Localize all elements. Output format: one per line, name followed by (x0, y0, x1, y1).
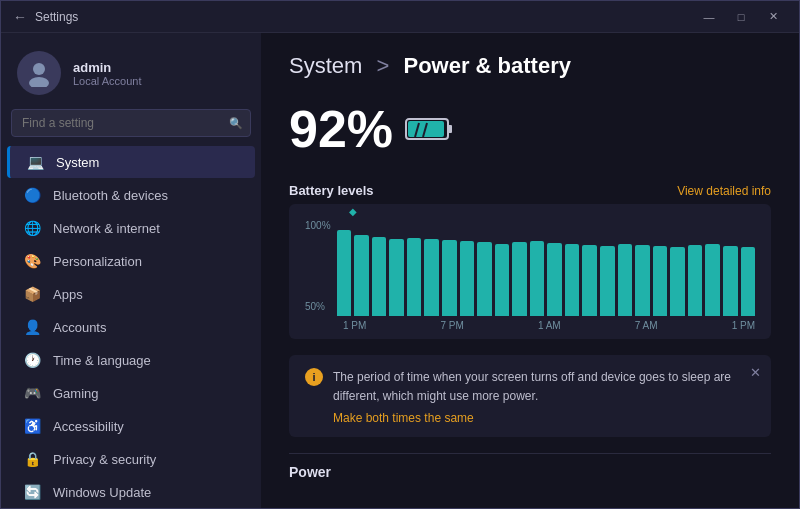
chart-bar-7 (460, 241, 475, 316)
battery-chart-section: Battery levels View detailed info 100% 5… (289, 183, 771, 339)
breadcrumb-current: Power & battery (403, 53, 571, 78)
x-label-7pm: 7 PM (440, 320, 463, 331)
nav-label-gaming: Gaming (53, 386, 99, 401)
chart-bar-14 (582, 245, 597, 316)
nav-label-apps: Apps (53, 287, 83, 302)
user-section: admin Local Account (1, 41, 261, 109)
avatar (17, 51, 61, 95)
minimize-button[interactable]: — (695, 7, 723, 27)
chart-container: 100% 50% ◆ 1 PM 7 PM (289, 204, 771, 339)
chart-bar-9 (495, 244, 510, 316)
chart-bar-4 (407, 238, 422, 316)
search-icon: 🔍 (229, 117, 243, 130)
chart-bar-20 (688, 245, 703, 316)
window-title: Settings (35, 10, 78, 24)
x-label-7am: 7 AM (635, 320, 658, 331)
battery-percent-value: 92% (289, 99, 393, 159)
close-button[interactable]: ✕ (759, 7, 787, 27)
x-label-1am: 1 AM (538, 320, 561, 331)
sidebar-item-privacy[interactable]: 🔒 Privacy & security (7, 443, 255, 475)
warning-close-button[interactable]: ✕ (750, 365, 761, 380)
window-controls: — □ ✕ (695, 7, 787, 27)
warning-link[interactable]: Make both times the same (333, 411, 755, 425)
chart-bar-0 (337, 230, 352, 316)
chart-bar-11 (530, 241, 545, 316)
nav-label-accounts: Accounts (53, 320, 106, 335)
user-info: admin Local Account (73, 60, 142, 87)
nav-icon-accounts: 👤 (23, 319, 41, 335)
user-role: Local Account (73, 75, 142, 87)
svg-point-1 (29, 77, 49, 87)
nav-icon-personalization: 🎨 (23, 253, 41, 269)
sidebar-item-apps[interactable]: 📦 Apps (7, 278, 255, 310)
chart-bar-8 (477, 242, 492, 316)
chart-bar-6 (442, 240, 457, 316)
nav-label-personalization: Personalization (53, 254, 142, 269)
nav-icon-accessibility: ♿ (23, 418, 41, 434)
maximize-button[interactable]: □ (727, 7, 755, 27)
user-name: admin (73, 60, 142, 75)
sidebar-item-update[interactable]: 🔄 Windows Update (7, 476, 255, 508)
sidebar-item-system[interactable]: 💻 System (7, 146, 255, 178)
breadcrumb: System > Power & battery (289, 53, 771, 79)
battery-icon (405, 115, 453, 143)
sidebar: admin Local Account 🔍 💻 System 🔵 Bluetoo… (1, 33, 261, 508)
chart-bar-10 (512, 242, 527, 316)
nav-label-bluetooth: Bluetooth & devices (53, 188, 168, 203)
battery-percentage-display: 92% (289, 99, 771, 159)
chart-header: Battery levels View detailed info (289, 183, 771, 198)
sidebar-item-personalization[interactable]: 🎨 Personalization (7, 245, 255, 277)
y-label-50: 50% (305, 301, 331, 312)
warning-icon: i (305, 368, 323, 386)
nav-icon-apps: 📦 (23, 286, 41, 302)
title-bar: ← Settings — □ ✕ (1, 1, 799, 33)
power-section-title: Power (289, 453, 771, 480)
chart-bar-17 (635, 245, 650, 316)
chart-bar-5 (424, 239, 439, 316)
chart-bar-19 (670, 247, 685, 316)
chart-peak-dot: ◆ (349, 206, 357, 217)
sidebar-item-gaming[interactable]: 🎮 Gaming (7, 377, 255, 409)
nav-icon-gaming: 🎮 (23, 385, 41, 401)
search-input[interactable] (11, 109, 251, 137)
nav-icon-bluetooth: 🔵 (23, 187, 41, 203)
chart-x-labels: 1 PM 7 PM 1 AM 7 AM 1 PM (343, 320, 755, 331)
sidebar-item-time[interactable]: 🕐 Time & language (7, 344, 255, 376)
nav-icon-privacy: 🔒 (23, 451, 41, 467)
back-button[interactable]: ← (13, 9, 27, 25)
warning-content: The period of time when your screen turn… (333, 367, 755, 425)
nav-icon-system: 💻 (26, 154, 44, 170)
nav-label-privacy: Privacy & security (53, 452, 156, 467)
nav-icon-network: 🌐 (23, 220, 41, 236)
chart-bar-16 (618, 244, 633, 316)
svg-rect-3 (448, 125, 452, 133)
warning-box: i The period of time when your screen tu… (289, 355, 771, 437)
chart-bar-22 (723, 246, 738, 316)
chart-bar-2 (372, 237, 387, 316)
nav-label-time: Time & language (53, 353, 151, 368)
sidebar-item-network[interactable]: 🌐 Network & internet (7, 212, 255, 244)
x-label-1pm-last: 1 PM (732, 320, 755, 331)
nav-icon-time: 🕐 (23, 352, 41, 368)
sidebar-item-accounts[interactable]: 👤 Accounts (7, 311, 255, 343)
chart-bar-15 (600, 246, 615, 316)
chart-title: Battery levels (289, 183, 374, 198)
sidebar-item-bluetooth[interactable]: 🔵 Bluetooth & devices (7, 179, 255, 211)
chart-bar-23 (741, 247, 756, 316)
title-bar-left: ← Settings (13, 9, 78, 25)
nav-label-update: Windows Update (53, 485, 151, 500)
chart-bar-12 (547, 243, 562, 316)
sidebar-item-accessibility[interactable]: ♿ Accessibility (7, 410, 255, 442)
chart-bar-3 (389, 239, 404, 316)
main-content: System > Power & battery 92% (261, 33, 799, 508)
x-label-1pm-first: 1 PM (343, 320, 366, 331)
nav-label-network: Network & internet (53, 221, 160, 236)
chart-bar-18 (653, 246, 668, 316)
view-detail-link[interactable]: View detailed info (677, 184, 771, 198)
warning-text: The period of time when your screen turn… (333, 370, 731, 403)
settings-window: ← Settings — □ ✕ admin Local Account (0, 0, 800, 509)
nav-label-accessibility: Accessibility (53, 419, 124, 434)
breadcrumb-separator: > (376, 53, 389, 78)
breadcrumb-parent: System (289, 53, 362, 78)
chart-bar-21 (705, 244, 720, 316)
